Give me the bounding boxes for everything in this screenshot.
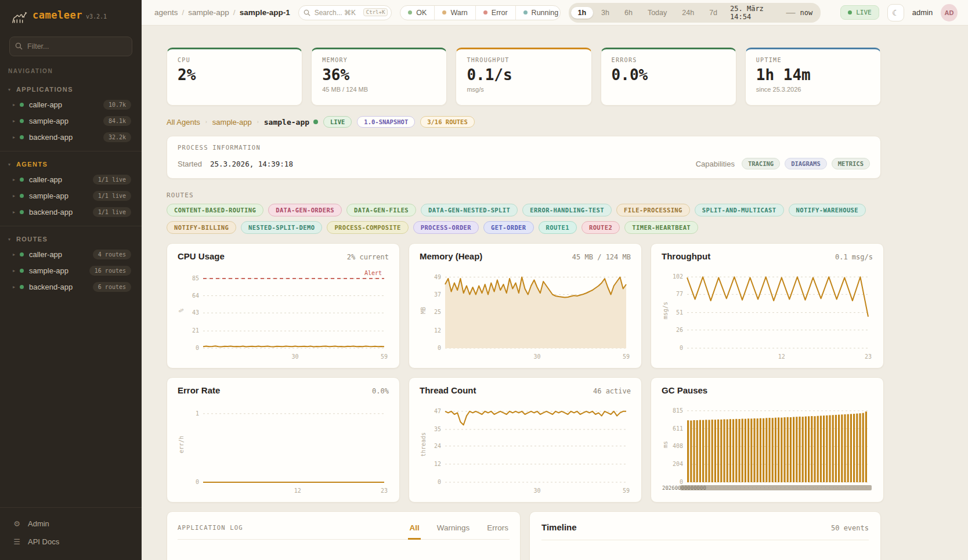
date-range-start[interactable]: 25. März 14:54 [725,5,784,21]
sidebar-item-caller-app[interactable]: ▸caller-app10.7k [0,96,142,113]
route-badge-process-order[interactable]: PROCESS-ORDER [413,221,479,234]
status-filter-warn[interactable]: Warn [434,6,475,20]
log-tabs: AllWarningsErrors [408,512,510,539]
capability-badge-tracing: TRACING [742,158,780,169]
breadcrumb-agents[interactable]: agents [154,8,178,17]
sidebar-item-backend-app[interactable]: ▸backend-app6 routes [0,279,142,295]
svg-text:64: 64 [192,292,199,299]
route-badge-process-composite[interactable]: PROCESS-COMPOSITE [327,221,408,234]
sidebar-item-label: sample-app [29,192,68,200]
svg-text:Alert: Alert [364,270,382,276]
sidebar-footer-api-docs[interactable]: ☰API Docs [0,533,142,551]
sidebar-section-header-applications[interactable]: ▾APPLICATIONS [0,81,142,96]
svg-text:49: 49 [434,274,441,280]
route-badge-error-handling-test[interactable]: ERROR-HANDLING-TEST [522,204,612,216]
nav-sections: ▾APPLICATIONS▸caller-app10.7k▸sample-app… [0,77,142,301]
route-badge-notify-warehouse[interactable]: NOTIFY-WAREHOUSE [789,204,866,216]
filter-input[interactable] [9,37,132,56]
sidebar-item-badge: 16 routes [89,266,131,276]
route-badge-split-and-multicast[interactable]: SPLIT-AND-MULTICAST [695,204,784,216]
route-badge-get-order[interactable]: GET-ORDER [483,221,534,234]
sidebar-item-caller-app[interactable]: ▸caller-app1/1 live [0,171,142,187]
sidebar-item-caller-app[interactable]: ▸caller-app4 routes [0,246,142,262]
sidebar-item-badge: 6 routes [93,282,131,292]
svg-text:MB: MB [420,307,427,314]
process-info-title: PROCESS INFORMATION [178,144,870,151]
log-tab-all[interactable]: All [408,512,420,540]
logo[interactable]: cameleer v3.2.1 [0,0,142,31]
status-filter-ok[interactable]: OK [400,6,434,20]
stat-card-cpu: CPU2% [167,48,302,106]
stat-subtext: 45 MB / 124 MB [322,86,436,93]
route-badge-timer-heartbeat[interactable]: TIMER-HEARTBEAT [624,221,698,234]
timeline-card: Timeline 50 events [529,511,881,560]
date-range-separator: — [785,8,797,18]
breadcrumb-sample-app[interactable]: sample-app [188,8,229,17]
time-range-24h[interactable]: 24h [675,7,701,19]
sidebar-footer-admin[interactable]: ⚙Admin [0,515,142,533]
search-icon [304,9,310,16]
status-filter-error[interactable]: Error [475,6,515,20]
capability-badges: TRACINGDIAGRAMSMETRICS [742,158,870,169]
process-info-row: Started 25.3.2026, 14:39:18 Capabilities… [178,158,870,169]
date-range-end[interactable]: now [798,9,819,17]
time-range-3h[interactable]: 3h [594,7,616,19]
chart-current-value: 2% current [347,253,389,261]
sidebar-item-sample-app[interactable]: ▸sample-app84.1k [0,113,142,129]
sidebar-section-header-agents[interactable]: ▾AGENTS [0,156,142,171]
status-dot-icon [408,10,412,15]
route-badge-data-gen-files[interactable]: DATA-GEN-FILES [346,204,416,216]
svg-text:408: 408 [673,443,683,449]
svg-text:35: 35 [434,426,441,432]
route-badge-content-based-routing[interactable]: CONTENT-BASED-ROUTING [167,204,263,216]
log-tab-errors[interactable]: Errors [486,512,510,540]
route-badge-route2[interactable]: ROUTE2 [581,221,620,234]
status-filter-running[interactable]: Running [515,6,561,20]
svg-text:77: 77 [676,291,683,297]
breadcrumb-separator: / [182,8,185,17]
chart-title: CPU Usage [178,251,225,261]
sidebar-item-backend-app[interactable]: ▸backend-app32.2k [0,129,142,145]
chart-plot-area: 02651771021223msg/s [662,266,873,361]
svg-text:0: 0 [196,345,199,351]
avatar[interactable]: AD [941,4,958,21]
app-version: v3.2.1 [86,13,107,20]
time-range-7d[interactable]: 7d [702,7,724,19]
sidebar-item-sample-app[interactable]: ▸sample-app1/1 live [0,187,142,204]
chart-plot-area: 0122537493059MB [420,266,631,361]
route-badge-route1[interactable]: ROUTE1 [539,221,577,234]
dark-mode-toggle[interactable]: ☾ [887,4,904,21]
sidebar-section-header-routes[interactable]: ▾ROUTES [0,231,142,246]
live-badge[interactable]: LIVE [840,5,879,20]
time-range-today[interactable]: Today [641,7,674,19]
chevron-right-icon: ▸ [13,268,20,273]
live-dot-icon [848,10,852,15]
agent-link-all-agents[interactable]: All Agents [167,118,200,127]
route-badge-notify-billing[interactable]: NOTIFY-BILLING [167,221,236,234]
sidebar-item-backend-app[interactable]: ▸backend-app1/1 live [0,204,142,220]
chart-card-cpu-usage: CPU Usage2% current0214364853059%Alert [167,243,400,368]
stat-label: UPTIME [756,57,870,63]
application-log-card: APPLICATION LOG AllWarningsErrors [167,511,521,560]
sidebar-footer-label: API Docs [28,537,59,546]
sidebar-section-label: AGENTS [16,161,48,168]
chevron-down-icon: ▾ [8,87,10,92]
time-range-6h[interactable]: 6h [617,7,640,19]
log-tab-warnings[interactable]: Warnings [436,512,471,540]
route-badges: CONTENT-BASED-ROUTINGDATA-GEN-ORDERSDATA… [167,204,881,234]
route-badge-data-gen-nested-split[interactable]: DATA-GEN-NESTED-SPLIT [421,204,518,216]
camel-logo-icon [10,9,29,25]
sidebar-item-label: backend-app [29,133,73,142]
route-badge-nested-split-demo[interactable]: NESTED-SPLIT-DEMO [241,221,322,234]
sidebar-item-sample-app[interactable]: ▸sample-app16 routes [0,262,142,279]
route-badge-data-gen-orders[interactable]: DATA-GEN-ORDERS [268,204,342,216]
user-name[interactable]: admin [912,8,933,17]
route-badge-file-processing[interactable]: FILE-PROCESSING [616,204,690,216]
svg-text:12: 12 [294,487,301,494]
time-range-1h[interactable]: 1h [571,7,594,19]
agent-link-sample-app[interactable]: sample-app [212,118,252,127]
breadcrumb: agents/sample-app/sample-app-1 [154,8,290,17]
sidebar-item-label: caller-app [29,250,62,259]
chevron-right-icon: ▸ [13,284,20,290]
chevron-right-icon: › [205,119,207,125]
